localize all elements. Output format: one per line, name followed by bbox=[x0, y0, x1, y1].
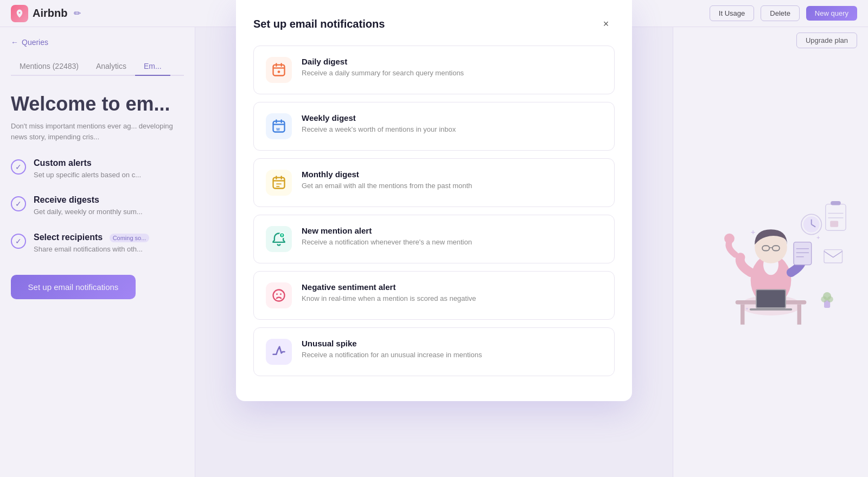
notif-title-new-mention: New mention alert bbox=[302, 226, 472, 235]
notif-card-unusual-spike[interactable]: Unusual spike Receive a notification for… bbox=[253, 327, 615, 376]
modal-title: Set up email notifications bbox=[253, 18, 385, 30]
modal-overlay: Set up email notifications × Daily diges… bbox=[0, 0, 868, 477]
notif-text-new-mention: New mention alert Receive a notification… bbox=[302, 226, 472, 247]
notif-desc-monthly: Get an email with all the mentions from … bbox=[302, 181, 472, 191]
notif-desc-negative: Know in real-time when a mention is scor… bbox=[302, 294, 476, 304]
svg-point-56 bbox=[280, 293, 282, 295]
notif-text-daily: Daily digest Receive a daily summary for… bbox=[302, 57, 464, 78]
monthly-digest-icon-wrap bbox=[266, 170, 292, 196]
notif-text-monthly: Monthly digest Get an email with all the… bbox=[302, 170, 472, 191]
notif-desc-daily: Receive a daily summary for search query… bbox=[302, 68, 464, 78]
notif-title-monthly: Monthly digest bbox=[302, 170, 472, 179]
notif-title-daily: Daily digest bbox=[302, 57, 464, 66]
sad-face-icon bbox=[271, 288, 286, 303]
svg-text:W: W bbox=[276, 127, 280, 131]
calendar-monthly-icon bbox=[271, 175, 286, 190]
new-mention-icon-wrap bbox=[266, 226, 292, 252]
negative-sentiment-icon-wrap bbox=[266, 282, 292, 308]
notif-title-negative: Negative sentiment alert bbox=[302, 282, 476, 292]
modal-close-button[interactable]: × bbox=[597, 15, 615, 33]
svg-point-54 bbox=[273, 290, 285, 301]
bell-alert-icon bbox=[271, 231, 286, 247]
notif-card-monthly-digest[interactable]: Monthly digest Get an email with all the… bbox=[253, 158, 615, 207]
spike-chart-icon bbox=[271, 344, 286, 359]
svg-point-39 bbox=[278, 70, 280, 73]
calendar-daily-icon bbox=[271, 62, 286, 78]
notif-text-weekly: Weekly digest Receive a week's worth of … bbox=[302, 113, 456, 134]
unusual-spike-icon-wrap bbox=[266, 339, 292, 365]
notif-desc-spike: Receive a notification for an unusual in… bbox=[302, 350, 482, 360]
notif-card-daily-digest[interactable]: Daily digest Receive a daily summary for… bbox=[253, 46, 615, 94]
email-notifications-modal: Set up email notifications × Daily diges… bbox=[236, 0, 632, 401]
calendar-weekly-icon: W bbox=[271, 119, 286, 134]
svg-rect-35 bbox=[273, 65, 285, 76]
notif-text-negative: Negative sentiment alert Know in real-ti… bbox=[302, 282, 476, 304]
svg-point-55 bbox=[276, 293, 278, 295]
daily-digest-icon-wrap bbox=[266, 57, 292, 83]
notif-desc-weekly: Receive a week's worth of mentions in yo… bbox=[302, 125, 456, 134]
notif-text-spike: Unusual spike Receive a notification for… bbox=[302, 339, 482, 360]
weekly-digest-icon-wrap: W bbox=[266, 113, 292, 139]
notif-card-negative-sentiment[interactable]: Negative sentiment alert Know in real-ti… bbox=[253, 271, 615, 320]
svg-point-53 bbox=[282, 236, 282, 236]
notif-card-new-mention[interactable]: New mention alert Receive a notification… bbox=[253, 215, 615, 263]
modal-header: Set up email notifications × bbox=[253, 15, 615, 33]
notif-title-spike: Unusual spike bbox=[302, 339, 482, 348]
notif-title-weekly: Weekly digest bbox=[302, 113, 456, 123]
notif-card-weekly-digest[interactable]: W Weekly digest Receive a week's worth o… bbox=[253, 102, 615, 151]
notif-desc-new-mention: Receive a notification whenever there's … bbox=[302, 237, 472, 247]
